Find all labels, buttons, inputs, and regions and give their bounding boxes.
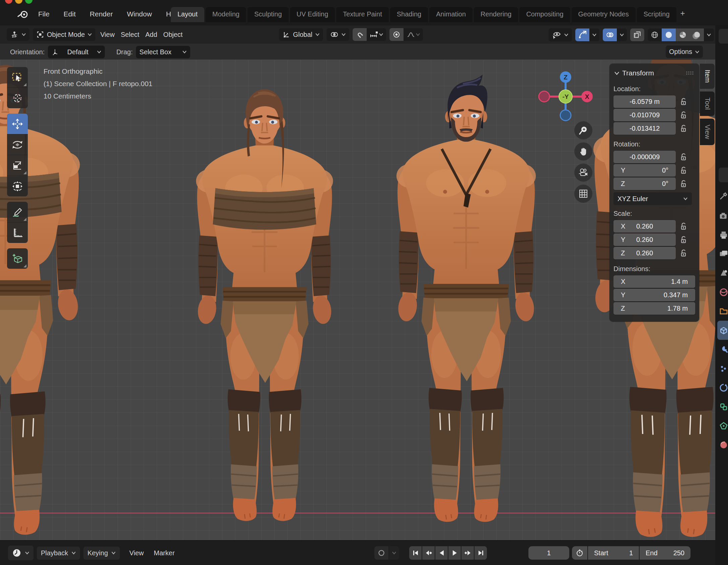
tab-uv-editing[interactable]: UV Editing (290, 7, 335, 22)
tool-annotate[interactable] (7, 202, 28, 222)
next-keyframe-button[interactable] (461, 546, 474, 560)
unlock-icon[interactable] (679, 124, 688, 133)
tab-layout[interactable]: Layout (171, 7, 204, 22)
tool-move[interactable] (7, 114, 28, 134)
viewport-3d[interactable]: Front Orthographic (1) Scene Collection … (0, 60, 715, 540)
menu-add[interactable]: Add (144, 29, 159, 41)
panel-drag-handle-icon[interactable] (686, 71, 695, 75)
menu-render[interactable]: Render (85, 8, 118, 20)
editor-type-button[interactable] (7, 28, 29, 41)
options-dropdown[interactable]: Options (666, 46, 703, 58)
dimension-z-field[interactable]: Z1.78 m (613, 302, 695, 315)
properties-tab-physics-icon[interactable] (717, 378, 728, 397)
snap-toggle-button[interactable] (353, 28, 367, 41)
tool-rotate[interactable] (7, 134, 28, 155)
properties-tab-view-layer-icon[interactable] (717, 244, 728, 263)
jump-to-end-button[interactable] (475, 546, 487, 560)
add-workspace-button[interactable]: + (678, 6, 688, 22)
rotation-z-field[interactable]: Z0° (613, 178, 676, 190)
unlock-icon[interactable] (679, 97, 688, 107)
macos-minimize-button[interactable] (15, 0, 22, 4)
scale-x-field[interactable]: X0.260 (613, 220, 676, 233)
timeline-marker-menu[interactable]: Marker (152, 547, 176, 559)
tool-transform[interactable] (7, 176, 28, 196)
macos-zoom-button[interactable] (25, 0, 32, 4)
pan-view-button[interactable] (574, 142, 592, 161)
tab-shading[interactable]: Shading (390, 7, 428, 22)
gizmo-neg-x-axis[interactable] (539, 91, 550, 102)
show-overlays-toggle[interactable] (603, 28, 617, 41)
transform-orientation-dropdown[interactable]: Global (279, 28, 323, 41)
keying-menu[interactable]: Keying (83, 547, 120, 560)
tab-rendering[interactable]: Rendering (474, 7, 518, 22)
tool-cursor[interactable] (7, 87, 28, 108)
scale-y-field[interactable]: Y0.260 (613, 234, 676, 246)
unlock-icon[interactable] (679, 235, 688, 245)
tab-geometry-nodes[interactable]: Geometry Nodes (572, 7, 636, 22)
rotation-mode-dropdown[interactable]: XYZ Euler (613, 192, 692, 205)
location-y-field[interactable]: -0.010709 (613, 109, 676, 121)
unlock-icon[interactable] (679, 166, 688, 175)
unlock-icon[interactable] (679, 179, 688, 189)
use-preview-range-button[interactable] (572, 546, 587, 560)
frame-start-field[interactable]: Start1 (588, 546, 639, 560)
blender-logo-icon[interactable] (17, 9, 29, 19)
snap-settings-dropdown[interactable] (367, 28, 386, 41)
frame-end-field[interactable]: End250 (640, 546, 690, 560)
shading-dropdown[interactable] (704, 28, 714, 41)
gizmo-settings-dropdown[interactable] (589, 28, 599, 41)
properties-tab-particles-icon[interactable] (717, 359, 728, 378)
tab-scripting[interactable]: Scripting (637, 7, 676, 22)
location-z-field[interactable]: -0.013412 (613, 122, 676, 135)
orientation-select[interactable]: Default (48, 46, 105, 58)
auto-key-toggle[interactable] (374, 546, 388, 560)
play-reverse-button[interactable] (435, 546, 448, 560)
tool-add-cube[interactable] (7, 248, 28, 269)
rotation-x-field[interactable]: -0.000009 (613, 151, 676, 163)
prev-keyframe-button[interactable] (422, 546, 435, 560)
tab-animation[interactable]: Animation (429, 7, 472, 22)
properties-active-tab[interactable] (719, 168, 728, 182)
camera-view-button[interactable] (574, 164, 592, 182)
unlock-icon[interactable] (679, 249, 688, 258)
mode-dropdown[interactable]: Object Mode (33, 28, 95, 41)
drag-select[interactable]: Select Box (136, 46, 190, 58)
properties-tab-material-icon[interactable] (717, 435, 728, 454)
shading-rendered-button[interactable] (690, 28, 704, 41)
sidebar-tab-item[interactable]: Item (700, 64, 715, 89)
show-gizmo-toggle[interactable] (575, 28, 589, 41)
properties-tab-modifier-icon[interactable] (717, 340, 728, 359)
unlock-icon[interactable] (679, 111, 688, 120)
timeline-editor-type-button[interactable] (8, 546, 33, 560)
xray-toggle[interactable] (630, 28, 644, 41)
sidebar-tab-view[interactable]: View (700, 119, 715, 145)
zoom-view-button[interactable] (574, 121, 592, 139)
rotation-y-field[interactable]: Y0° (613, 164, 676, 177)
tab-sculpting[interactable]: Sculpting (247, 7, 288, 22)
menu-view[interactable]: View (99, 29, 116, 41)
scale-z-field[interactable]: Z0.260 (613, 247, 676, 259)
jump-to-start-button[interactable] (409, 546, 422, 560)
properties-tab-data-icon[interactable] (717, 416, 728, 435)
shading-wireframe-button[interactable] (648, 28, 662, 41)
menu-select[interactable]: Select (119, 29, 141, 41)
tab-texture-paint[interactable]: Texture Paint (336, 7, 389, 22)
pivot-point-dropdown[interactable] (326, 28, 349, 41)
properties-tab-output-icon[interactable] (717, 225, 728, 244)
properties-tab-collection-icon[interactable] (717, 302, 728, 321)
sidebar-tab-tool[interactable]: Tool (700, 91, 715, 116)
tab-modeling[interactable]: Modeling (206, 7, 246, 22)
menu-file[interactable]: File (33, 8, 54, 20)
character-center-right[interactable] (396, 75, 536, 522)
navigation-gizmo[interactable]: Z X -Y (535, 66, 596, 127)
overlays-settings-dropdown[interactable] (617, 28, 627, 41)
properties-tab-render-icon[interactable] (717, 206, 728, 225)
gizmo-neg-z-axis[interactable] (560, 110, 571, 121)
properties-tab-constraints-icon[interactable] (717, 397, 728, 416)
ortho-toggle-button[interactable] (574, 185, 592, 203)
macos-close-button[interactable] (5, 0, 12, 4)
unlock-icon[interactable] (679, 222, 688, 231)
play-button[interactable] (448, 546, 461, 560)
menu-object[interactable]: Object (162, 29, 184, 41)
timeline-view-menu[interactable]: View (128, 547, 145, 559)
